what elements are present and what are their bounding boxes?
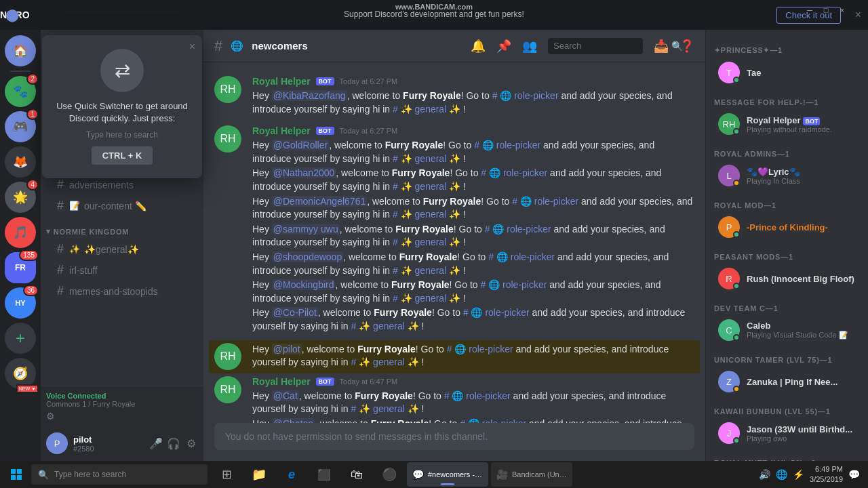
channel-link[interactable]: # ✨ general ✨ (393, 104, 460, 115)
voice-settings-icon[interactable]: ⚙ (46, 411, 55, 422)
server-icon-add[interactable]: + (5, 323, 36, 354)
member-section-unicorn: UNICORN TAMER (LVL 75)—1 (706, 345, 868, 367)
window-controls[interactable]: ─ □ × (804, 0, 848, 20)
maximize-button[interactable]: □ (821, 5, 831, 16)
mention[interactable]: @pilot (272, 344, 302, 354)
channel-link[interactable]: # 🌐 role-picker (463, 307, 530, 318)
server-icon-5[interactable]: 🎵 (5, 217, 36, 248)
channel-sidebar: Furry Royale ▾ × ⇄ Use Quick Switcher to… (41, 30, 203, 461)
taskbar-task-manager[interactable]: ⊞ (212, 462, 241, 487)
server-icon-3[interactable]: 🦊 (5, 146, 36, 178)
pin-icon[interactable]: 📌 (496, 39, 511, 54)
new-badge-label: NEW ▼ (16, 384, 39, 393)
message-author[interactable]: Royal Helper (252, 125, 311, 136)
channel-link[interactable]: # 🌐 role-picker (480, 279, 547, 290)
deafen-button[interactable]: 🎧 (167, 436, 180, 450)
channel-item-our-content[interactable]: # 📝 our-content ✏️ (46, 195, 198, 216)
user-settings-button[interactable]: ⚙ (184, 436, 198, 450)
network-icon: 🌐 (776, 469, 787, 480)
channel-link[interactable]: # 🌐 role-picker (444, 390, 511, 401)
channel-item-general[interactable]: # ✨ ✨general✨ (46, 239, 198, 260)
server-icon-explore[interactable]: 🧭 NEW ▼ (5, 358, 36, 389)
mention[interactable]: @DemonicAngel6761 (272, 196, 367, 207)
channel-link[interactable]: # 🌐 role-picker (447, 344, 513, 354)
close-window-button[interactable]: × (837, 5, 848, 16)
search-box[interactable]: 🔍 (548, 38, 643, 54)
channel-link[interactable]: # 🌐 role-picker (481, 167, 547, 178)
start-button[interactable] (3, 464, 30, 485)
bell-icon[interactable]: 🔔 (471, 39, 486, 54)
channel-link[interactable]: # 🌐 role-picker (488, 251, 555, 262)
taskbar-search-box[interactable]: 🔍 Type here to search (31, 464, 208, 485)
mention[interactable]: @sammyy uwu (272, 224, 340, 235)
channel-link[interactable]: # ✨ general ✨ (351, 357, 419, 367)
channel-link[interactable]: # 🌐 role-picker (474, 140, 540, 150)
server-icon-4[interactable]: 🌟 4 (5, 182, 36, 213)
member-item-royal-helper[interactable]: RH Royal HelperBOT Playing without raidm… (710, 109, 864, 139)
member-item-zanuka[interactable]: Z Zanuka | Ping If Nee... (710, 367, 864, 396)
minimize-button[interactable]: ─ (804, 5, 815, 16)
channel-link[interactable]: # 🌐 role-picker (460, 418, 526, 423)
server-icon-home[interactable]: 🏠 (5, 35, 36, 66)
channel-link[interactable]: # ✨ general ✨ (393, 209, 460, 220)
server-icon-1[interactable]: 🐾 2 (5, 76, 36, 107)
taskbar-discord[interactable]: 💬 #newcomers - Di... (407, 462, 488, 487)
user-avatar: P (46, 432, 68, 454)
channel-link[interactable]: # 🌐 role-picker (485, 224, 551, 235)
mention[interactable]: @KibaRazorfang (272, 90, 347, 101)
channel-category-normie: ▾ NORMIE KINGDOM (41, 216, 203, 239)
member-item-prince[interactable]: P -Prince of Kindling- (710, 212, 864, 242)
member-item-tae[interactable]: T Tae (710, 58, 864, 87)
taskbar-store[interactable]: 🛍 (342, 462, 372, 487)
channel-item-memes[interactable]: # memes-and-stoopids (46, 281, 198, 302)
channel-link[interactable]: # ✨ general ✨ (351, 403, 419, 414)
channel-link[interactable]: # ✨ general ✨ (393, 153, 460, 164)
mention[interactable]: @shoopdewoop (272, 251, 343, 262)
help-icon[interactable]: ❓ (679, 39, 694, 54)
svg-rect-2 (11, 475, 16, 480)
taskbar-circle[interactable]: ⚫ (374, 462, 404, 487)
mute-button[interactable]: 🎤 (149, 436, 163, 450)
channel-item-irl-stuff[interactable]: # irl-stuff (46, 260, 198, 281)
channel-link[interactable]: # ✨ general ✨ (393, 181, 460, 192)
taskbar-edge[interactable]: e (277, 462, 307, 487)
task-manager-icon: ⊞ (222, 467, 232, 482)
member-item-caleb[interactable]: C Caleb Playing Visual Studio Code 📝 (710, 315, 864, 345)
hash-icon: # (57, 263, 64, 277)
server-icon-2[interactable]: 🎮 1 (5, 111, 36, 142)
taskbar-right: 🔊 🌐 ⚡ 6:49 PM 3/25/2019 💬 (759, 464, 865, 485)
quick-switcher-icon: ⇄ (100, 62, 144, 92)
mention[interactable]: @GoldRoller (272, 140, 329, 150)
member-item-jason[interactable]: J Jason (33W until Birthd... Playing owo (710, 418, 864, 448)
channel-link[interactable]: # 🌐 role-picker (492, 90, 559, 101)
bandicam-taskbar-icon: 🎥 (496, 469, 508, 480)
taskbar-bandicam[interactable]: 🎥 Bandicam (Unregist... (491, 462, 572, 487)
channel-link[interactable]: # 🌐 role-picker (512, 196, 578, 207)
mention[interactable]: @Mockingbird (272, 279, 336, 290)
search-input[interactable] (553, 41, 667, 51)
message-author[interactable]: Royal Helper (252, 76, 311, 87)
channel-link[interactable]: # ✨ general ✨ (351, 321, 419, 331)
mention[interactable]: @Nathan2000 (272, 167, 336, 178)
taskbar-file-explorer[interactable]: 📁 (244, 462, 274, 487)
nitro-bar-close-icon[interactable]: × (855, 9, 861, 21)
member-item-lyric[interactable]: L 🐾💜Lyric🐾 Playing In Class (710, 161, 864, 190)
explore-icon: 🧭 (13, 366, 28, 381)
channel-link[interactable]: # ✨ general ✨ (393, 237, 460, 247)
taskbar-cmd[interactable]: ⬛ (309, 462, 339, 487)
members-icon[interactable]: 👥 (522, 39, 537, 54)
inbox-icon[interactable]: 📥 (654, 39, 669, 54)
member-name: Royal HelperBOT (747, 115, 856, 125)
server-icon-furry-royale[interactable]: FR 135 (5, 252, 36, 283)
edge-icon: e (288, 468, 295, 482)
message-author[interactable]: Royal Helper (252, 376, 311, 387)
server-icon-hypixel[interactable]: HY 36 (5, 287, 36, 319)
mention[interactable]: @Cat (272, 390, 299, 401)
channel-link[interactable]: # ✨ general ✨ (393, 265, 460, 276)
server-badge: 135 (19, 249, 39, 261)
channel-link[interactable]: # ✨ general ✨ (393, 293, 460, 304)
mention[interactable]: @Co-Pilot (272, 307, 318, 318)
mention[interactable]: @Chaton (272, 418, 315, 423)
member-item-rush[interactable]: R Rush (Innocent Big Floof) (710, 264, 864, 293)
bot-badge: BOT (316, 77, 334, 85)
